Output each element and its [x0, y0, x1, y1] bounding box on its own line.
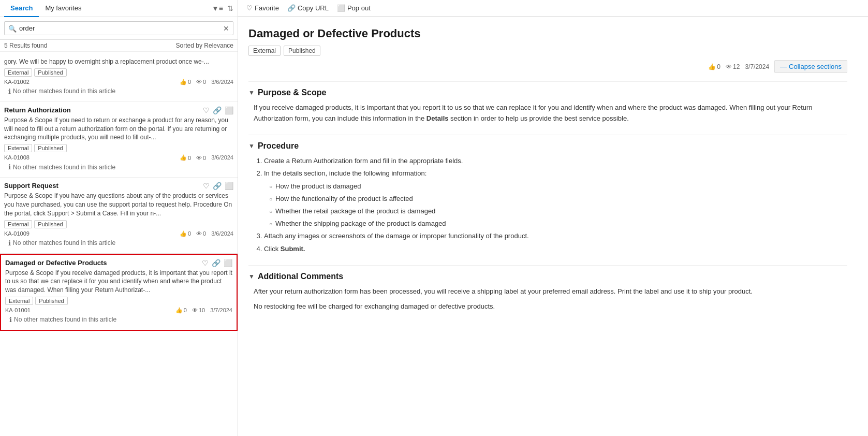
article-tag-published: Published	[284, 46, 320, 56]
clear-search-button[interactable]: ✕	[223, 24, 229, 33]
search-icon: 🔍	[8, 24, 17, 32]
collapse-icon: —	[780, 63, 787, 70]
right-panel: ♡ Favorite 🔗 Copy URL ⬜ Pop out Damaged …	[238, 0, 868, 436]
share-icon[interactable]: 🔗	[212, 259, 220, 267]
copy-label: Copy URL	[298, 4, 329, 12]
comment-line-2: No restocking fee will be charged for ex…	[254, 301, 847, 312]
result-actions: ♡ 🔗 ⬜	[202, 259, 232, 267]
popout-icon[interactable]: ⬜	[225, 106, 233, 114]
result-meta: KA-01009 👍 0 👁 0 3/6/2024	[4, 230, 233, 237]
copy-url-button[interactable]: 🔗 Copy URL	[287, 4, 329, 12]
popout-icon[interactable]: ⬜	[224, 259, 232, 267]
favorite-icon[interactable]: ♡	[202, 259, 209, 267]
purpose-text: If you receive damaged products, it is i…	[254, 103, 847, 124]
favorite-icon[interactable]: ♡	[203, 182, 210, 190]
procedure-step-1: Create a Return Authorization form and f…	[264, 156, 847, 167]
info-icon: ℹ	[8, 163, 11, 171]
list-item: Return Authorization ♡ 🔗 ⬜ Purpose & Sco…	[0, 102, 238, 178]
list-item-selected: Damaged or Defective Products ♡ 🔗 ⬜ Purp…	[0, 254, 238, 331]
popout-button[interactable]: ⬜ Pop out	[337, 4, 371, 12]
tab-search[interactable]: Search	[4, 0, 39, 17]
sub-item-3: Whether the retail package of the produc…	[269, 206, 847, 217]
no-match-notice: ℹ No other matches found in this article	[5, 314, 232, 326]
sub-item-4: Whether the shipping package of the prod…	[269, 219, 847, 229]
collapse-sections-button[interactable]: — Collapse sections	[774, 60, 847, 73]
result-actions: ♡ 🔗 ⬜	[203, 182, 233, 190]
sub-item-1: How the product is damaged	[269, 181, 847, 192]
article-meta-right: 👍 0 👁 12 3/7/2024 — Collapse sections	[708, 60, 847, 73]
result-header: Return Authorization ♡ 🔗 ⬜	[4, 106, 233, 114]
section-procedure: ▼ Procedure Create a Return Authorizatio…	[248, 141, 847, 255]
result-title[interactable]: Damaged or Defective Products	[5, 259, 107, 267]
chevron-down-icon: ▼	[248, 273, 255, 280]
favorite-label: Favorite	[255, 4, 279, 12]
section-body-procedure: Create a Return Authorization form and f…	[248, 156, 847, 255]
results-sort: Sorted by Relevance	[176, 42, 233, 49]
result-title[interactable]: Return Authorization	[4, 106, 71, 114]
result-likes: 👍 0	[180, 154, 191, 161]
result-likes: 👍 0	[180, 79, 191, 85]
sort-icon[interactable]: ⇅	[227, 4, 233, 12]
result-meta: KA-01002 👍 0 👁 0 3/6/2024	[4, 79, 233, 85]
section-title-comments: Additional Comments	[258, 272, 343, 281]
section-comments: ▼ Additional Comments After your return …	[248, 272, 847, 312]
copy-icon: 🔗	[287, 4, 296, 12]
procedure-step-3: Attach any images or screenshots of the …	[264, 231, 847, 242]
result-views: 👁 0	[196, 230, 206, 237]
result-views: 👁 0	[196, 154, 206, 161]
result-snippet: Purpose & Scope If you need to return or…	[4, 116, 233, 142]
divider	[248, 265, 847, 266]
result-title[interactable]: Support Request	[4, 182, 58, 190]
section-title-purpose: Purpose & Scope	[258, 88, 326, 97]
tabs-bar: Search My favorites ▼≡ ⇅	[0, 0, 238, 17]
result-date: 3/6/2024	[211, 154, 233, 161]
result-date: 3/6/2024	[211, 230, 233, 237]
section-header-comments[interactable]: ▼ Additional Comments	[248, 272, 847, 281]
results-count: 5 Results found	[4, 42, 47, 49]
tab-favorites[interactable]: My favorites	[39, 0, 87, 17]
no-match-notice: ℹ No other matches found in this article	[4, 237, 233, 249]
popout-label: Pop out	[347, 4, 371, 12]
popout-icon[interactable]: ⬜	[225, 182, 233, 190]
chevron-down-icon: ▼	[248, 89, 255, 96]
tag-published: Published	[34, 68, 66, 77]
result-ka: KA-01001	[5, 307, 31, 314]
favorite-button[interactable]: ♡ Favorite	[246, 4, 279, 12]
search-bar-container: 🔍 ✕	[0, 17, 238, 40]
heart-icon: ♡	[246, 4, 253, 12]
result-views: 👁 0	[196, 79, 206, 85]
result-stats: 👍 0 👁 0 3/6/2024	[180, 230, 233, 237]
result-stats: 👍 0 👁 10 3/7/2024	[175, 307, 232, 314]
filter-icon[interactable]: ▼≡	[212, 4, 223, 12]
result-likes: 👍 0	[180, 230, 191, 237]
list-item: Support Request ♡ 🔗 ⬜ Purpose & Scope If…	[0, 178, 238, 253]
article-likes: 👍 0	[708, 63, 720, 70]
tag-external: External	[4, 144, 32, 152]
result-tags: External Published	[5, 297, 232, 305]
tag-published: Published	[34, 144, 66, 152]
section-header-purpose[interactable]: ▼ Purpose & Scope	[248, 88, 847, 97]
tag-external: External	[4, 220, 32, 228]
results-list: gory. We will be happy to overnight ship…	[0, 52, 238, 436]
result-ka: KA-01002	[4, 79, 30, 85]
procedure-step-4: Click Submit.	[264, 244, 847, 255]
share-icon[interactable]: 🔗	[213, 106, 222, 114]
result-header: Support Request ♡ 🔗 ⬜	[4, 182, 233, 190]
article-date: 3/7/2024	[745, 63, 769, 70]
share-icon[interactable]: 🔗	[213, 182, 222, 190]
result-snippet: Purpose & Scope If you receive damaged p…	[5, 269, 232, 295]
search-input[interactable]	[4, 21, 233, 35]
section-header-procedure[interactable]: ▼ Procedure	[248, 141, 847, 151]
result-snippet: Purpose & Scope If you have any question…	[4, 192, 233, 217]
article-tags: External Published	[248, 46, 847, 56]
info-icon: ℹ	[8, 88, 11, 95]
result-stats: 👍 0 👁 0 3/6/2024	[180, 79, 233, 85]
right-toolbar: ♡ Favorite 🔗 Copy URL ⬜ Pop out	[238, 0, 868, 17]
no-match-notice: ℹ No other matches found in this article	[4, 85, 233, 97]
list-item: gory. We will be happy to overnight ship…	[0, 52, 238, 102]
section-title-procedure: Procedure	[258, 141, 299, 151]
favorite-icon[interactable]: ♡	[203, 106, 210, 114]
divider	[248, 135, 847, 135]
no-match-notice: ℹ No other matches found in this article	[4, 161, 233, 173]
result-ka: KA-01009	[4, 230, 30, 237]
